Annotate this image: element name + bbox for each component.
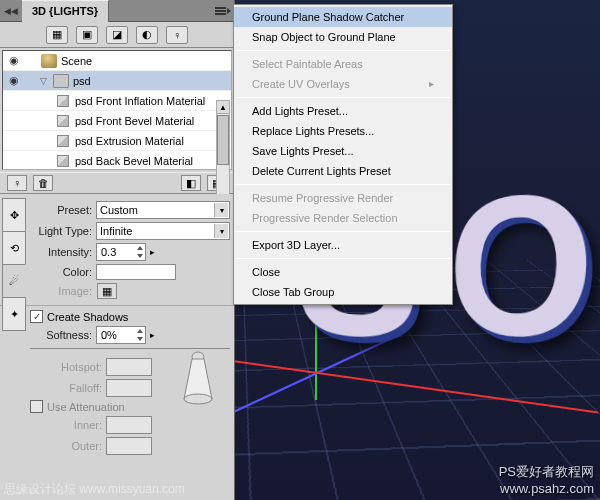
side-tab-move[interactable]: ✥: [2, 198, 26, 232]
panel-toolbar: ♀ 🗑 ◧ ▦: [0, 172, 234, 194]
tree-label: psd Extrusion Material: [75, 135, 231, 147]
menu-item[interactable]: Delete Current Lights Preset: [234, 161, 452, 181]
filter-mesh-icon[interactable]: ▣: [76, 26, 98, 44]
filter-material-icon[interactable]: ◪: [106, 26, 128, 44]
menu-separator: [236, 231, 450, 232]
filter-scene-icon[interactable]: ▦: [46, 26, 68, 44]
panel-tab-label: 3D {LIGHTS}: [32, 5, 98, 17]
light-properties: ✥ ⟲ ☄ ✦ Preset: Custom ▾ Light Type: Inf…: [0, 194, 234, 462]
inner-input: [106, 416, 152, 434]
tree-row-material[interactable]: psd Extrusion Material: [3, 131, 231, 151]
outer-input: [106, 437, 152, 455]
tree-row-scene[interactable]: ◉ Scene: [3, 51, 231, 71]
menu-separator: [236, 50, 450, 51]
menu-item: Create UV Overlays: [234, 74, 452, 94]
tree-row-material[interactable]: psd Front Inflation Material: [3, 91, 231, 111]
menu-item: Progressive Render Selection: [234, 208, 452, 228]
hotspot-label: Hotspot:: [30, 361, 102, 373]
scene-icon: [41, 54, 57, 68]
image-picker-button: ▦: [97, 283, 117, 299]
chevron-down-icon: ▾: [214, 203, 228, 217]
intensity-value: 0.3: [101, 246, 116, 258]
spinner-icon[interactable]: [135, 244, 145, 260]
visibility-eye-icon[interactable]: ◉: [5, 74, 23, 87]
watermark-right: PS爱好者教程网 www.psahz.com: [499, 463, 594, 496]
create-shadows-checkbox[interactable]: ✓: [30, 310, 43, 323]
panel-tab-bar: ◀◀ 3D {LIGHTS}: [0, 0, 234, 22]
twirl-down-icon[interactable]: ▽: [37, 76, 49, 86]
outer-label: Outer:: [30, 440, 102, 452]
side-tab-point[interactable]: ✦: [2, 297, 26, 331]
tree-label: psd: [73, 75, 231, 87]
image-label: Image:: [30, 285, 92, 297]
scene-tree[interactable]: ◉ Scene ◉ ▽ psd psd Front Inflation Mate…: [2, 50, 232, 170]
menu-item[interactable]: Snap Object to Ground Plane: [234, 27, 452, 47]
menu-item: Select Paintable Areas: [234, 54, 452, 74]
slider-arrow-icon[interactable]: ▸: [150, 330, 155, 340]
tree-label: Scene: [61, 55, 231, 67]
side-tab-light[interactable]: ☄: [2, 264, 26, 298]
svg-point-1: [184, 394, 212, 404]
chevron-down-icon: ▾: [214, 224, 228, 238]
softness-label: Softness:: [30, 329, 92, 341]
collapse-icon[interactable]: ◀◀: [0, 6, 22, 16]
watermark-left: 思缘设计论坛 www.missyuan.com: [4, 481, 185, 498]
panel-flyout-menu: Ground Plane Shadow CatcherSnap Object t…: [233, 4, 453, 305]
3d-panel: ◀◀ 3D {LIGHTS} ▦ ▣ ◪ ◐ ♀ ◉ Scene ◉ ▽ psd: [0, 0, 235, 500]
softness-input[interactable]: 0%: [96, 326, 146, 344]
menu-separator: [236, 184, 450, 185]
mesh-icon: [53, 74, 69, 88]
attenuation-label: Use Attenuation: [47, 401, 125, 413]
falloff-label: Falloff:: [30, 382, 102, 394]
preset-select[interactable]: Custom ▾: [96, 201, 230, 219]
new-light-button[interactable]: ♀: [7, 175, 27, 191]
menu-item[interactable]: Ground Plane Shadow Catcher: [234, 7, 452, 27]
menu-item: Resume Progressive Render: [234, 188, 452, 208]
toggle-button[interactable]: ◧: [181, 175, 201, 191]
delete-button[interactable]: 🗑: [33, 175, 53, 191]
scroll-up-icon[interactable]: ▲: [217, 101, 229, 114]
scroll-thumb[interactable]: [217, 115, 229, 165]
preset-label: Preset:: [30, 204, 92, 216]
slider-arrow-icon[interactable]: ▸: [150, 247, 155, 257]
color-label: Color:: [30, 266, 92, 278]
menu-item[interactable]: Add Lights Preset...: [234, 101, 452, 121]
falloff-input: [106, 379, 152, 397]
inner-label: Inner:: [30, 419, 102, 431]
material-icon: [55, 114, 71, 128]
3d-text-o: O: [444, 146, 597, 388]
tree-row-material[interactable]: psd Back Bevel Material: [3, 151, 231, 170]
panel-flyout-button[interactable]: [212, 2, 234, 20]
visibility-eye-icon[interactable]: ◉: [5, 54, 23, 67]
menu-item[interactable]: Close Tab Group: [234, 282, 452, 302]
tree-row-material[interactable]: psd Front Bevel Material: [3, 111, 231, 131]
side-tab-rotate[interactable]: ⟲: [2, 231, 26, 265]
menu-item[interactable]: Replace Lights Presets...: [234, 121, 452, 141]
color-swatch[interactable]: [96, 264, 176, 280]
menu-item[interactable]: Save Lights Preset...: [234, 141, 452, 161]
material-icon: [55, 94, 71, 108]
filter-bar: ▦ ▣ ◪ ◐ ♀: [0, 22, 234, 48]
tree-label: psd Back Bevel Material: [75, 155, 231, 167]
attenuation-checkbox: [30, 400, 43, 413]
light-type-select[interactable]: Infinite ▾: [96, 222, 230, 240]
tree-label: psd Front Inflation Material: [75, 95, 231, 107]
softness-value: 0%: [101, 329, 117, 341]
menu-item[interactable]: Export 3D Layer...: [234, 235, 452, 255]
hotspot-input: [106, 358, 152, 376]
create-shadows-label: Create Shadows: [47, 311, 128, 323]
tree-row-group[interactable]: ◉ ▽ psd: [3, 71, 231, 91]
intensity-input[interactable]: 0.3: [96, 243, 146, 261]
menu-separator: [236, 258, 450, 259]
panel-tab-3d[interactable]: 3D {LIGHTS}: [22, 0, 109, 22]
filter-bulb-icon[interactable]: ♀: [166, 26, 188, 44]
menu-item[interactable]: Close: [234, 262, 452, 282]
light-type-value: Infinite: [100, 225, 132, 237]
spinner-icon[interactable]: [135, 327, 145, 343]
tree-label: psd Front Bevel Material: [75, 115, 231, 127]
light-type-label: Light Type:: [30, 225, 92, 237]
material-icon: [55, 154, 71, 168]
intensity-label: Intensity:: [30, 246, 92, 258]
preset-value: Custom: [100, 204, 138, 216]
filter-light-icon[interactable]: ◐: [136, 26, 158, 44]
